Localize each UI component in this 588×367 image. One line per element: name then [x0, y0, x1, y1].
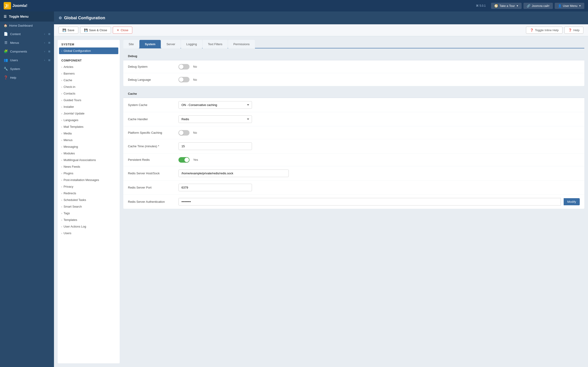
cache-handler-row: Cache Handler Redis File Memcache Memcac… — [123, 112, 584, 126]
debug-section: Debug Debug System No Debug Language — [123, 52, 584, 86]
sidebar-item-content[interactable]: 📄 Content › ⊞ — [0, 30, 54, 38]
cache-time-input[interactable] — [179, 142, 252, 150]
cache-section-header: Cache — [123, 90, 584, 98]
close-button[interactable]: ✕ Close — [113, 27, 132, 34]
nav-item-global-configuration[interactable]: › Global Configuration — [59, 48, 118, 54]
nav-item-menus[interactable]: › Menus — [58, 137, 120, 143]
grid-icon: ⊞ — [48, 50, 50, 53]
nav-item-privacy[interactable]: › Privacy — [58, 183, 120, 190]
sidebar-item-components[interactable]: 🧩 Components › ⊞ — [0, 47, 54, 56]
platform-specific-row: Platform Specific Caching No — [123, 126, 584, 139]
nav-item-news-feeds[interactable]: › News Feeds — [58, 163, 120, 170]
right-panel: Site System Server Logging Text Filters — [123, 40, 584, 363]
nav-item-guided-tours[interactable]: › Guided Tours — [58, 97, 120, 103]
chevron-right-icon: › — [61, 66, 62, 68]
redis-port-control — [179, 184, 580, 191]
nav-item-articles[interactable]: › Articles — [58, 64, 120, 70]
nav-item-scheduled-tasks[interactable]: › Scheduled Tasks — [58, 197, 120, 203]
nav-item-languages[interactable]: › Languages — [58, 117, 120, 123]
tab-site[interactable]: Site — [123, 40, 139, 48]
tab-server[interactable]: Server — [161, 40, 181, 48]
debug-language-label: Debug Language — [128, 78, 179, 81]
tabs: Site System Server Logging Text Filters — [123, 40, 584, 48]
chevron-right-icon: › — [61, 125, 62, 128]
cache-time-row: Cache Time (minutes) * — [123, 139, 584, 153]
system-cache-select[interactable]: ON - Conservative caching OFF - Caching … — [179, 101, 252, 109]
toggle-menu-button[interactable]: ☰ Toggle Menu — [0, 11, 54, 22]
sidebar: ☰ Toggle Menu 🏠 Home Dashboard 📄 Content… — [0, 11, 54, 367]
main-layout: ☰ Toggle Menu 🏠 Home Dashboard 📄 Content… — [0, 11, 588, 367]
nav-item-messaging[interactable]: › Messaging — [58, 143, 120, 150]
nav-item-installer[interactable]: › Installer — [58, 103, 120, 110]
component-section-title: Component — [58, 56, 120, 64]
system-cache-row: System Cache ON - Conservative caching O… — [123, 98, 584, 112]
chevron-right-icon: › — [44, 33, 45, 35]
debug-system-toggle[interactable] — [179, 64, 190, 69]
nav-item-banners[interactable]: › Banners — [58, 70, 120, 77]
hamburger-icon: ☰ — [4, 15, 7, 18]
persistent-redis-row: Persistent Redis Yes — [123, 153, 584, 166]
joomla-icon: J! — [4, 2, 11, 9]
nav-item-check-in[interactable]: › Check-in — [58, 83, 120, 90]
nav-item-tags[interactable]: › Tags — [58, 210, 120, 217]
tab-logging[interactable]: Logging — [181, 40, 202, 48]
nav-item-joomla-update[interactable]: › Joomla! Update — [58, 110, 120, 117]
redis-host-input[interactable] — [179, 169, 289, 177]
user-menu-button[interactable]: 👤 User Menu ▼ — [555, 3, 584, 9]
chevron-right-icon: › — [61, 205, 62, 208]
debug-system-row: Debug System No — [123, 60, 584, 73]
persistent-redis-toggle[interactable] — [179, 157, 190, 163]
sidebar-item-users[interactable]: 👥 Users › ⊞ — [0, 56, 54, 65]
chevron-right-icon: › — [44, 41, 45, 44]
redis-auth-label: Redis Server Authentication — [128, 200, 179, 203]
page-title: Global Configuration — [64, 16, 105, 20]
chevron-right-icon: › — [61, 119, 62, 122]
take-tour-button[interactable]: 🧭 Take a Tour ▼ — [491, 3, 522, 9]
nav-item-user-actions-log[interactable]: › User Actions Log — [58, 223, 120, 230]
nav-item-contacts[interactable]: › Contacts — [58, 90, 120, 97]
nav-item-plugins[interactable]: › Plugins — [58, 170, 120, 177]
redis-port-input[interactable] — [179, 184, 252, 191]
nav-item-post-installation[interactable]: › Post-installation Messages — [58, 177, 120, 183]
redis-auth-input[interactable] — [179, 198, 561, 206]
page-header: ⚙ Global Configuration — [54, 11, 588, 24]
sidebar-item-home-dashboard[interactable]: 🏠 Home Dashboard — [0, 22, 54, 30]
nav-item-smart-search[interactable]: › Smart Search — [58, 203, 120, 210]
tour-icon: 🧭 — [494, 4, 498, 8]
nav-item-modules[interactable]: › Modules — [58, 150, 120, 157]
joomla-logo[interactable]: J! Joomla! — [4, 2, 27, 9]
tab-system[interactable]: System — [139, 40, 161, 48]
redis-host-control — [179, 169, 580, 177]
help-button[interactable]: ❓ Help — [564, 27, 583, 34]
top-navbar: J! Joomla! ⌘ 5.0.1 🧭 Take a Tour ▼ 🔗 Joo… — [0, 0, 588, 11]
joomla-site-button[interactable]: 🔗 Joomла сайт — [523, 3, 553, 9]
menus-icon: ☰ — [4, 41, 8, 45]
save-button[interactable]: 💾 Save — [59, 27, 78, 34]
nav-item-mail-templates[interactable]: › Mail Templates — [58, 123, 120, 130]
cache-handler-select[interactable]: Redis File Memcache Memcached APCu — [179, 115, 252, 123]
nav-item-users[interactable]: › Users — [58, 230, 120, 236]
nav-item-redirects[interactable]: › Redirects — [58, 190, 120, 197]
version-badge: ⌘ 5.0.1 — [476, 4, 485, 7]
nav-item-multilingual-associations[interactable]: › Multilingual Associations — [58, 157, 120, 163]
nav-item-cache[interactable]: › Cache — [58, 77, 120, 83]
tab-permissions[interactable]: Permissions — [228, 40, 255, 48]
sidebar-item-menus[interactable]: ☰ Menus › ⊞ — [0, 38, 54, 47]
chevron-right-icon: › — [61, 92, 62, 95]
tab-text-filters[interactable]: Text Filters — [203, 40, 228, 48]
redis-auth-row: Redis Server Authentication Modify — [123, 195, 584, 209]
save-close-button[interactable]: 💾 Save & Close — [80, 27, 111, 34]
toggle-inline-help-button[interactable]: ❓ Toggle Inline Help — [526, 27, 562, 34]
nav-item-media[interactable]: › Media — [58, 130, 120, 137]
platform-specific-toggle[interactable] — [179, 130, 190, 135]
debug-language-toggle[interactable] — [179, 77, 190, 82]
modify-button[interactable]: Modify — [564, 198, 580, 205]
home-icon: 🏠 — [4, 24, 7, 27]
sidebar-item-help[interactable]: ❓ Help — [0, 73, 54, 82]
nav-item-templates[interactable]: › Templates — [58, 217, 120, 223]
help-icon: ❓ — [568, 28, 572, 32]
system-icon: 🔧 — [4, 67, 8, 71]
sidebar-item-system[interactable]: 🔧 System — [0, 65, 54, 73]
chevron-right-icon: › — [61, 50, 62, 52]
chevron-right-icon: › — [61, 79, 62, 82]
